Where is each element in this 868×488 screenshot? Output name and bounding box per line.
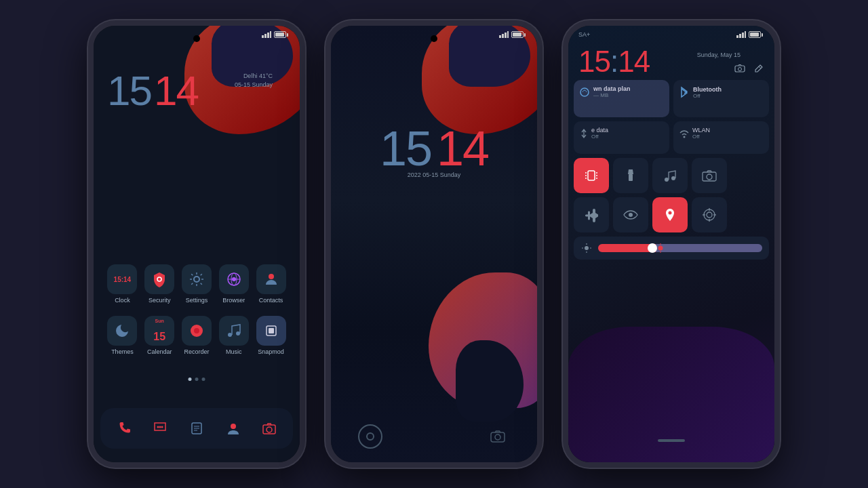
music-app-icon[interactable] bbox=[219, 316, 249, 346]
svg-rect-16 bbox=[269, 328, 274, 333]
dock-notes[interactable] bbox=[182, 413, 212, 443]
p2-signal-icon bbox=[499, 31, 509, 38]
browser-label: Browser bbox=[222, 297, 245, 304]
signal-icon bbox=[262, 31, 271, 38]
svg-point-40 bbox=[580, 88, 589, 96]
svg-point-51 bbox=[671, 176, 675, 180]
app-item-recorder[interactable]: Recorder bbox=[179, 316, 214, 355]
p2-clock: 15 14 bbox=[380, 121, 488, 176]
p2-camera-icon bbox=[490, 428, 506, 445]
app-grid: 15:14 Clock Security bbox=[94, 264, 300, 367]
snapmod-app-icon[interactable] bbox=[256, 316, 286, 346]
moon-icon bbox=[114, 323, 130, 339]
p3-target-tile[interactable] bbox=[692, 197, 727, 232]
p3-camera-icon[interactable] bbox=[734, 63, 745, 74]
p3-vibrate-icon bbox=[584, 168, 599, 183]
p3-wlan-label: WLAN bbox=[692, 127, 710, 134]
p3-date: Sunday, May 15 bbox=[697, 52, 741, 58]
svg-rect-35 bbox=[742, 33, 744, 38]
phone-1: 15 14 Delhi 41°C 05-15 Sunday 15:14 Cloc… bbox=[88, 20, 305, 468]
p3-row2: e data Off WLAN Off bbox=[574, 121, 769, 154]
dock-phone[interactable] bbox=[109, 413, 139, 443]
p3-eye-tile[interactable] bbox=[613, 197, 648, 232]
p3-target-icon bbox=[702, 207, 717, 222]
p3-flashlight-tile[interactable] bbox=[613, 158, 648, 193]
svg-point-14 bbox=[236, 331, 240, 336]
p3-brightness-icon bbox=[655, 243, 666, 253]
app-item-music[interactable]: Music bbox=[216, 316, 252, 355]
app-item-browser[interactable]: Browser bbox=[216, 264, 252, 304]
p3-data-label: wn data plan bbox=[593, 85, 631, 92]
city-temp: Delhi 41°C bbox=[235, 72, 273, 81]
app-item-settings[interactable]: Settings bbox=[179, 264, 214, 304]
svg-rect-1 bbox=[264, 34, 267, 38]
contacts-icon bbox=[263, 271, 279, 287]
p3-mdata-label: e data bbox=[591, 127, 608, 134]
status-bar bbox=[94, 31, 300, 38]
p3-mobile-data-tile[interactable]: e data Off bbox=[574, 121, 669, 154]
recorder-app-icon[interactable] bbox=[182, 316, 212, 346]
p3-camera-tile[interactable] bbox=[692, 158, 727, 193]
p3-edit-icon[interactable] bbox=[753, 63, 764, 74]
svg-rect-29 bbox=[505, 33, 507, 38]
clock-badge: 15:14 bbox=[114, 276, 132, 283]
calendar-label: Calendar bbox=[147, 348, 172, 355]
svg-point-5 bbox=[194, 277, 199, 282]
themes-label: Themes bbox=[111, 348, 134, 355]
p3-time-colon: : bbox=[610, 45, 618, 78]
app-item-snapmod[interactable]: Snapmod bbox=[254, 316, 289, 355]
p3-wlan-tile[interactable]: WLAN Off bbox=[673, 121, 769, 154]
battery-icon bbox=[274, 31, 286, 38]
messages-icon bbox=[153, 421, 167, 436]
p3-signal-icon bbox=[736, 31, 746, 38]
dot-2 bbox=[195, 378, 199, 381]
svg-point-62 bbox=[585, 246, 589, 250]
clock-app-icon[interactable]: 15:14 bbox=[107, 264, 137, 294]
p3-location-tile[interactable] bbox=[652, 197, 688, 232]
app-item-calendar[interactable]: Sun 15 Calendar bbox=[142, 316, 177, 355]
p3-bluetooth-tile[interactable]: Bluetooth Off bbox=[673, 80, 769, 117]
app-item-security[interactable]: Security bbox=[142, 264, 177, 304]
p3-data-sub: — MB bbox=[593, 92, 631, 98]
p3-music-tile[interactable] bbox=[652, 158, 688, 193]
p2-home-btn[interactable] bbox=[358, 424, 382, 449]
app-item-themes[interactable]: Themes bbox=[104, 316, 140, 355]
music-icon bbox=[226, 323, 242, 339]
svg-point-12 bbox=[194, 328, 199, 333]
svg-point-41 bbox=[684, 136, 686, 138]
dock-camera[interactable] bbox=[254, 413, 284, 443]
svg-point-24 bbox=[231, 424, 236, 429]
dot-1 bbox=[189, 378, 192, 381]
p3-wlan-sub: Off bbox=[692, 134, 710, 140]
app-item-clock[interactable]: 15:14 Clock bbox=[104, 264, 140, 304]
browser-app-icon[interactable] bbox=[219, 264, 249, 294]
p3-bt-sub: Off bbox=[693, 93, 722, 99]
svg-point-54 bbox=[629, 213, 633, 217]
p3-row3 bbox=[574, 158, 769, 193]
p3-airplane-tile[interactable] bbox=[574, 197, 609, 232]
app-item-contacts[interactable]: Contacts bbox=[254, 264, 289, 304]
svg-rect-42 bbox=[588, 171, 595, 180]
svg-rect-36 bbox=[745, 31, 746, 38]
p3-brightness-row bbox=[574, 237, 769, 260]
security-app-icon[interactable] bbox=[144, 264, 174, 294]
p3-data-plan-tile[interactable]: wn data plan — MB bbox=[574, 80, 669, 117]
p3-row1: wn data plan — MB Bluetooth Off bbox=[574, 80, 769, 117]
themes-app-icon[interactable] bbox=[107, 316, 137, 346]
contacts-app-icon[interactable] bbox=[256, 264, 286, 294]
p3-camera-tile-icon bbox=[702, 169, 717, 182]
p2-camera-btn[interactable] bbox=[486, 424, 510, 449]
p3-brightness-slider[interactable] bbox=[598, 244, 762, 252]
calendar-app-icon[interactable]: Sun 15 bbox=[144, 316, 174, 346]
dock-contacts2[interactable] bbox=[218, 413, 248, 443]
svg-point-67 bbox=[658, 246, 663, 251]
svg-rect-33 bbox=[736, 35, 738, 38]
svg-point-18 bbox=[159, 426, 161, 428]
settings-icon bbox=[189, 271, 205, 287]
p3-vibrate-tile[interactable] bbox=[574, 158, 609, 193]
p3-flashlight-icon bbox=[624, 168, 637, 183]
p3-mobile-data-icon bbox=[579, 128, 589, 139]
settings-app-icon[interactable] bbox=[182, 264, 212, 294]
p3-time-minutes: 14 bbox=[618, 45, 650, 78]
dock-messages[interactable] bbox=[145, 413, 175, 443]
